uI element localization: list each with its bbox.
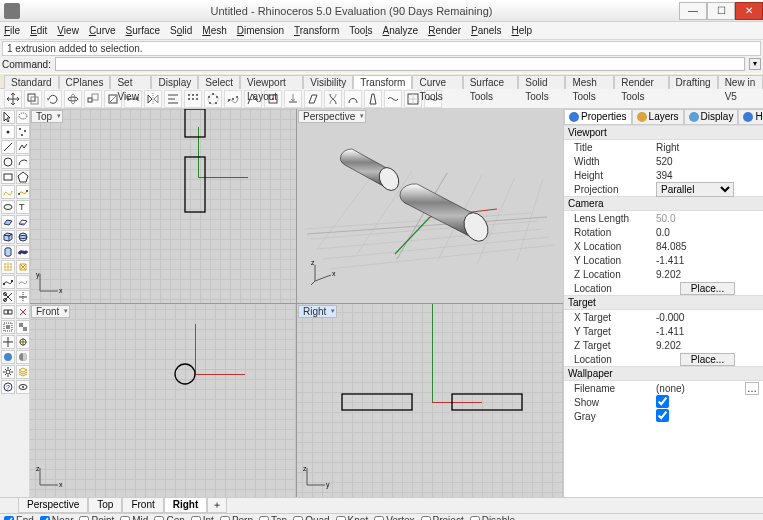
wallpaper-gray-checkbox[interactable] xyxy=(656,409,669,422)
split-icon[interactable] xyxy=(16,290,30,304)
panel-tab-properties[interactable]: Properties xyxy=(564,109,632,124)
osnap-mid[interactable]: Mid xyxy=(120,515,148,520)
menu-render[interactable]: Render xyxy=(428,22,461,39)
prop-wpfile-value[interactable]: (none) xyxy=(656,383,745,394)
tab-setview[interactable]: Set View xyxy=(110,75,151,89)
prop-tgtx-value[interactable]: -0.000 xyxy=(656,312,759,323)
render-icon[interactable] xyxy=(1,350,15,364)
trim-icon[interactable] xyxy=(1,290,15,304)
tab-cplanes[interactable]: CPlanes xyxy=(59,75,111,89)
viewport-perspective-label[interactable]: Perspective xyxy=(298,110,366,123)
rotate-icon[interactable] xyxy=(44,90,62,108)
interp-crv-icon[interactable] xyxy=(16,185,30,199)
circle-icon[interactable] xyxy=(1,155,15,169)
prop-camx-value[interactable]: 84.085 xyxy=(656,241,759,252)
vtab-perspective[interactable]: Perspective xyxy=(18,498,88,513)
help-icon[interactable]: ? xyxy=(1,380,15,394)
prop-title-value[interactable]: Right xyxy=(656,142,759,153)
tab-meshtools[interactable]: Mesh Tools xyxy=(565,75,614,89)
rectangle-icon[interactable] xyxy=(1,170,15,184)
osnap-int[interactable]: Int xyxy=(191,515,214,520)
move-icon[interactable] xyxy=(4,90,22,108)
cylinder-icon[interactable] xyxy=(1,245,15,259)
osnap-end[interactable]: End xyxy=(4,515,34,520)
minimize-button[interactable]: — xyxy=(679,2,707,20)
menu-solid[interactable]: Solid xyxy=(170,22,192,39)
surface-edge-icon[interactable] xyxy=(16,215,30,229)
points-icon[interactable] xyxy=(16,125,30,139)
menu-help[interactable]: Help xyxy=(512,22,533,39)
surface-pt-icon[interactable] xyxy=(1,215,15,229)
menu-mesh[interactable]: Mesh xyxy=(202,22,226,39)
tab-curvetools[interactable]: Curve Tools xyxy=(412,75,462,89)
menu-curve[interactable]: Curve xyxy=(89,22,116,39)
align-icon[interactable] xyxy=(164,90,182,108)
prop-projection-select[interactable]: Parallel xyxy=(656,182,734,197)
layers-icon[interactable] xyxy=(16,365,30,379)
tab-visibility[interactable]: Visibility xyxy=(303,75,353,89)
move2-icon[interactable] xyxy=(1,335,15,349)
wallpaper-browse-button[interactable]: … xyxy=(745,382,759,395)
viewport-right-label[interactable]: Right xyxy=(298,305,337,318)
vtab-front[interactable]: Front xyxy=(122,498,163,513)
osnap-point[interactable]: Point xyxy=(79,515,114,520)
pointer-icon[interactable] xyxy=(1,110,15,124)
prop-camz-value[interactable]: 9.202 xyxy=(656,269,759,280)
prop-rotation-value[interactable]: 0.0 xyxy=(656,227,759,238)
menu-panels[interactable]: Panels xyxy=(471,22,502,39)
menu-transform[interactable]: Transform xyxy=(294,22,339,39)
vtab-right[interactable]: Right xyxy=(164,498,208,513)
explode-icon[interactable] xyxy=(16,305,30,319)
mesh-icon[interactable] xyxy=(1,260,15,274)
ellipse-icon[interactable] xyxy=(1,200,15,214)
tab-select[interactable]: Select xyxy=(198,75,240,89)
osnap-disable[interactable]: Disable xyxy=(470,515,515,520)
menu-surface[interactable]: Surface xyxy=(126,22,160,39)
panel-tab-help[interactable]: Help xyxy=(738,109,763,124)
osnap-vertex[interactable]: Vertex xyxy=(374,515,414,520)
lasso-icon[interactable] xyxy=(16,110,30,124)
scale-icon[interactable] xyxy=(84,90,102,108)
array-polar-icon[interactable] xyxy=(204,90,222,108)
history-scroll-down[interactable]: ▾ xyxy=(749,58,761,70)
tab-surfacetools[interactable]: Surface Tools xyxy=(463,75,519,89)
osnap-perp[interactable]: Perp xyxy=(220,515,253,520)
osnap-cen[interactable]: Cen xyxy=(154,515,184,520)
menu-edit[interactable]: Edit xyxy=(30,22,47,39)
osnap-tan[interactable]: Tan xyxy=(259,515,287,520)
array-crv-icon[interactable] xyxy=(224,90,242,108)
tab-solidtools[interactable]: Solid Tools xyxy=(518,75,565,89)
panel-tab-display[interactable]: Display xyxy=(684,109,739,124)
viewport-top-label[interactable]: Top xyxy=(31,110,63,123)
prop-tgtz-value[interactable]: 9.202 xyxy=(656,340,759,351)
tab-newinv5[interactable]: New in V5 xyxy=(718,75,763,89)
array-rect-icon[interactable] xyxy=(184,90,202,108)
group-icon[interactable] xyxy=(1,320,15,334)
tab-transform[interactable]: Transform xyxy=(353,75,412,89)
shear-icon[interactable] xyxy=(304,90,322,108)
camera-place-button[interactable]: Place... xyxy=(680,282,735,295)
sphere-icon[interactable] xyxy=(16,230,30,244)
panel-tab-layers[interactable]: Layers xyxy=(632,109,684,124)
tab-standard[interactable]: Standard xyxy=(4,75,59,89)
line-icon[interactable] xyxy=(1,140,15,154)
curve-icon[interactable] xyxy=(1,185,15,199)
prop-tgty-value[interactable]: -1.411 xyxy=(656,326,759,337)
vtab-top[interactable]: Top xyxy=(88,498,122,513)
tab-display[interactable]: Display xyxy=(151,75,198,89)
target-place-button[interactable]: Place... xyxy=(680,353,735,366)
prop-width-value[interactable]: 520 xyxy=(656,156,759,167)
flow-icon[interactable] xyxy=(384,90,402,108)
polygon-icon[interactable] xyxy=(16,170,30,184)
options-icon[interactable] xyxy=(1,365,15,379)
command-input[interactable] xyxy=(55,57,745,71)
point-icon[interactable] xyxy=(1,125,15,139)
join-icon[interactable] xyxy=(1,305,15,319)
twist-icon[interactable] xyxy=(324,90,342,108)
viewport-top[interactable]: Top xy xyxy=(30,109,296,303)
osnap-project[interactable]: Project xyxy=(421,515,464,520)
viewport-front-label[interactable]: Front xyxy=(31,305,70,318)
taper-icon[interactable] xyxy=(364,90,382,108)
arc-icon[interactable] xyxy=(16,155,30,169)
close-button[interactable]: ✕ xyxy=(735,2,763,20)
